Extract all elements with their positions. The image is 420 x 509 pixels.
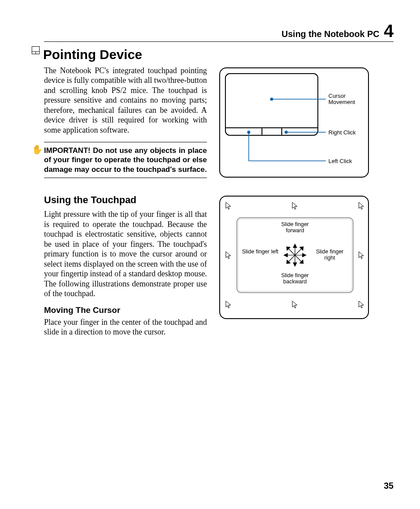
chapter-number: 4 (384, 22, 394, 40)
cursor-icon (358, 251, 365, 261)
figure-moving-cursor: Slide finger forward Slide finger backwa… (219, 196, 369, 319)
hand-stop-icon: ✋ (32, 145, 43, 154)
cursor-icon (225, 301, 232, 310)
section-paragraph-using-touchpad: Light pressure with the tip of your fing… (44, 209, 207, 299)
svg-rect-3 (225, 74, 318, 135)
cursor-icon (358, 301, 365, 310)
svg-marker-17 (293, 263, 297, 266)
svg-marker-19 (302, 253, 306, 257)
label-slide-forward: Slide finger forward (275, 221, 315, 234)
label-left-click: Left Click (328, 158, 352, 165)
important-note: ✋ IMPORTANT! Do not use any objects in p… (44, 142, 207, 178)
page-number: 35 (384, 480, 394, 491)
label-right-click: Right Click (328, 129, 356, 136)
label-slide-backward: Slide finger backward (275, 272, 315, 285)
subsection-paragraph-moving-cursor: Place your finger in the center of the t… (44, 317, 207, 337)
cursor-icon (358, 202, 365, 212)
subsection-heading-moving-cursor: Moving The Cursor (44, 305, 207, 316)
cursor-icon (225, 202, 232, 212)
important-note-text: IMPORTANT! Do not use any objects in pla… (44, 146, 207, 174)
cursor-icon (225, 251, 232, 261)
cursor-icon (292, 301, 298, 310)
intro-paragraph: The Notebook PC's integrated touchpad po… (44, 66, 207, 135)
section-heading-using-touchpad: Using the Touchpad (44, 194, 207, 206)
svg-marker-18 (284, 253, 287, 257)
label-slide-right: Slide finger right (310, 249, 350, 261)
cursor-icon (292, 202, 298, 212)
figure-touchpad-layout: Cursor Movement Right Click Left Click (219, 67, 369, 178)
label-cursor-movement: Cursor Movement (328, 93, 364, 106)
running-header: Using the Notebook PC 4 (44, 22, 394, 42)
page-title: Pointing Device (43, 46, 142, 63)
touchpad-icon (32, 46, 40, 54)
svg-marker-16 (293, 244, 297, 248)
label-slide-left: Slide finger left (240, 249, 280, 255)
running-title: Using the Notebook PC (282, 29, 379, 40)
